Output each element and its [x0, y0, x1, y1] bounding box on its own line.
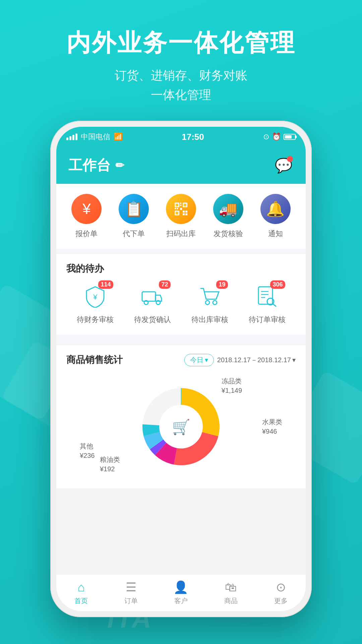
nav-item-more[interactable]: ⊙ 更多	[256, 575, 306, 611]
products-icon: 🛍	[225, 580, 237, 594]
app-title-group: 工作台 ✏	[68, 156, 124, 175]
customers-label: 客户	[174, 596, 188, 605]
workbench-title: 工作台	[68, 156, 111, 175]
app-header: 工作台 ✏ 💬	[56, 147, 306, 184]
label-qita: 其他 ¥236	[80, 441, 95, 460]
header-title: 内外业务一体化管理	[0, 27, 362, 59]
carrier-label: 中国电信	[81, 132, 110, 142]
chuku-icon-wrap: 19	[196, 283, 223, 310]
fahuo-label: 发货核验	[214, 229, 243, 239]
today-badge[interactable]: 今日 ▾	[184, 354, 214, 366]
phone-wrapper: 中国电信 📶 17:50 ⊙ ⏰ 工作台 ✏	[50, 121, 312, 604]
fahuo-badge: 72	[159, 280, 170, 289]
svg-rect-6	[183, 211, 185, 213]
svg-rect-3	[184, 204, 186, 206]
dingdan-icon-wrap: 306	[254, 283, 281, 310]
svg-point-20	[213, 301, 217, 305]
saoma-label: 扫码出库	[166, 229, 196, 239]
todo-items: ¥ 114 待财务审核	[66, 283, 296, 325]
todo-item-caiwu[interactable]: ¥ 114 待财务审核	[66, 283, 124, 325]
header-section: 内外业务一体化管理 订货、进销存、财务对账 一体化管理	[0, 27, 362, 104]
svg-line-23	[273, 304, 276, 306]
tongzhi-icon: 🔔	[260, 194, 291, 224]
content-area: ¥ 报价单 📋 代下单	[56, 184, 306, 488]
orders-icon: ☰	[126, 580, 136, 594]
chuku-badge: 19	[216, 280, 228, 289]
status-time: 17:50	[182, 132, 204, 142]
todo-section-title: 我的待办	[66, 262, 296, 275]
section-divider-1	[56, 249, 306, 254]
chart-container: 🛒 冻品类 ¥1,149 水果类 ¥946	[66, 373, 296, 480]
alarm-icon: ⏰	[272, 132, 281, 141]
svg-rect-21	[258, 287, 273, 304]
action-item-tongzhi[interactable]: 🔔 通知	[252, 194, 299, 239]
svg-point-19	[205, 301, 209, 305]
home-label: 首页	[74, 596, 88, 605]
caiwu-icon-wrap: ¥ 114	[82, 283, 109, 310]
caiwu-label: 待财务审核	[77, 315, 114, 325]
todo-item-chuku[interactable]: 19 待出库审核	[181, 283, 238, 325]
nav-item-customers[interactable]: 👤 客户	[156, 575, 206, 611]
svg-rect-1	[176, 204, 178, 206]
action-item-baojia[interactable]: ¥ 报价单	[63, 194, 110, 239]
todo-section: 我的待办 ¥ 114 待财务审核	[56, 254, 306, 335]
stats-section: 商品销售统计 今日 ▾ 2018.12.17－2018.12.17 ▾	[56, 345, 306, 488]
products-label: 商品	[224, 596, 238, 605]
action-item-fahuo[interactable]: 🚚 发货核验	[204, 194, 252, 239]
svg-rect-9	[185, 213, 187, 215]
stats-controls: 今日 ▾ 2018.12.17－2018.12.17 ▾	[184, 354, 296, 366]
orders-label: 订单	[124, 596, 138, 605]
dingdan-label: 待订单审核	[249, 315, 286, 325]
stats-header: 商品销售统计 今日 ▾ 2018.12.17－2018.12.17 ▾	[66, 354, 296, 366]
date-range[interactable]: 2018.12.17－2018.12.17 ▾	[217, 356, 296, 365]
notification-badge	[287, 156, 293, 162]
status-bar-left: 中国电信 📶	[66, 132, 123, 142]
label-shuiguo: 水果类 ¥946	[262, 417, 282, 436]
signal-icon	[66, 133, 77, 140]
svg-rect-7	[185, 211, 187, 213]
truck-icon	[141, 286, 164, 307]
bottom-nav: ⌂ 首页 ☰ 订单 👤 客户 🛍 商品 ⊙ 更多	[56, 574, 306, 611]
baojia-label: 报价单	[75, 229, 98, 239]
phone-inner: 中国电信 📶 17:50 ⊙ ⏰ 工作台 ✏	[56, 127, 306, 611]
svg-text:¥: ¥	[93, 293, 97, 301]
chevron-down-icon: ▾	[205, 356, 208, 364]
lock-icon: ⊙	[263, 132, 269, 141]
fahuo-icon: 🚚	[213, 194, 243, 224]
dingdan-badge: 306	[270, 280, 285, 289]
edit-icon[interactable]: ✏	[115, 159, 124, 172]
todo-item-dingdan[interactable]: 306 待订单审核	[238, 283, 296, 325]
svg-rect-16	[142, 292, 156, 301]
svg-rect-12	[175, 208, 176, 209]
caiwu-badge: 114	[98, 280, 113, 289]
action-item-saoma[interactable]: 扫码出库	[158, 194, 205, 239]
fahuo-confirm-label: 待发货确认	[134, 315, 171, 325]
action-item-daixia[interactable]: 📋 代下单	[110, 194, 158, 239]
section-divider-2	[56, 335, 306, 340]
stats-title: 商品销售统计	[66, 354, 123, 366]
svg-rect-14	[180, 208, 182, 210]
chart-labels: 冻品类 ¥1,149 水果类 ¥946 其他 ¥236	[66, 373, 296, 480]
fahuo-confirm-icon-wrap: 72	[139, 283, 166, 310]
customers-icon: 👤	[173, 580, 188, 594]
nav-item-products[interactable]: 🛍 商品	[206, 575, 256, 611]
chuku-label: 待出库审核	[191, 315, 228, 325]
wifi-icon: 📶	[114, 132, 123, 141]
svg-rect-8	[183, 213, 185, 215]
baojia-icon: ¥	[71, 194, 102, 224]
nav-item-home[interactable]: ⌂ 首页	[56, 575, 106, 611]
svg-rect-5	[176, 212, 178, 214]
label-liangyou: 粮油类 ¥192	[100, 455, 120, 474]
todo-item-fahuo[interactable]: 72 待发货确认	[124, 283, 181, 325]
battery-icon	[284, 134, 296, 140]
status-bar-right: ⊙ ⏰	[263, 132, 296, 141]
svg-rect-11	[180, 205, 181, 206]
svg-rect-10	[180, 203, 181, 204]
phone-outer: 中国电信 📶 17:50 ⊙ ⏰ 工作台 ✏	[50, 121, 312, 617]
home-icon: ⌂	[78, 580, 85, 594]
nav-item-orders[interactable]: ☰ 订单	[106, 575, 156, 611]
saoma-icon	[166, 194, 196, 224]
more-label: 更多	[274, 596, 288, 605]
more-icon: ⊙	[276, 580, 286, 594]
notification-button[interactable]: 💬	[274, 155, 294, 175]
